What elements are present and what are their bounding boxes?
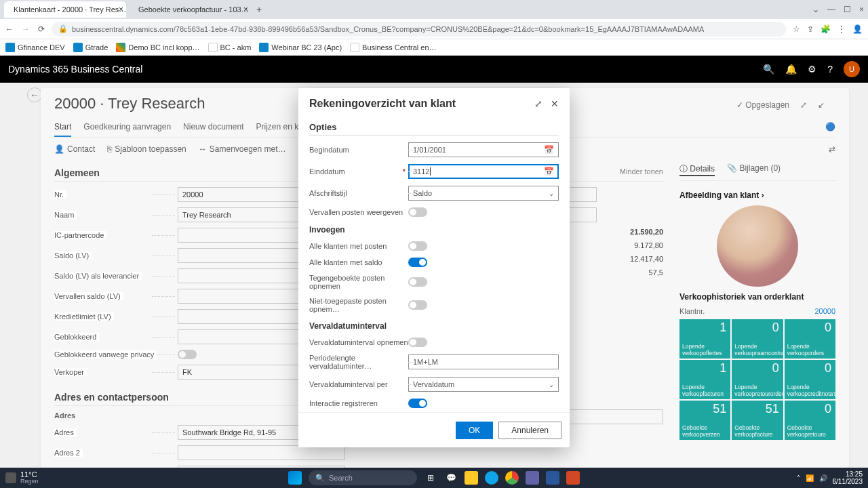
- user-avatar[interactable]: U: [844, 61, 860, 77]
- ok-button[interactable]: OK: [456, 422, 493, 439]
- bookmark-icon: [5, 43, 15, 52]
- weather-icon[interactable]: [5, 472, 16, 483]
- share-icon[interactable]: ⇪: [807, 24, 814, 34]
- tab-title: Klantenkaart - 20000 · Trey Res…: [14, 5, 126, 14]
- teams-icon[interactable]: [526, 471, 539, 485]
- text-cursor: [430, 167, 431, 176]
- toggle-niettoegepaste[interactable]: [408, 300, 427, 310]
- bookmark-icon: [259, 43, 269, 52]
- lock-icon: 🔒: [58, 24, 68, 33]
- bookmark-item[interactable]: Demo BC incl kopp…: [116, 43, 199, 52]
- explorer-icon[interactable]: [465, 471, 478, 485]
- nav-back-icon[interactable]: ←: [5, 24, 14, 34]
- bookmark-label: BC - akm: [220, 43, 252, 52]
- window-controls: ⌄ — ☐ ×: [812, 5, 864, 14]
- label-saldolev: Saldo (LV) als leverancier: [54, 272, 142, 280]
- label-vervallen: Vervallen saldo (LV): [54, 292, 123, 300]
- label-ic: IC-partnercode: [54, 231, 106, 239]
- bookmark-item[interactable]: BC - akm: [208, 43, 252, 52]
- bookmark-item[interactable]: Business Central en…: [350, 43, 436, 52]
- toggle-tegengeboekte[interactable]: [408, 277, 427, 287]
- tray-volume-icon[interactable]: 🔊: [819, 474, 827, 482]
- label-vervallen-weerg: Vervallen posten weergeven: [309, 208, 403, 216]
- help-icon[interactable]: ?: [827, 64, 833, 75]
- input-begindatum[interactable]: 1/01/2001📅: [408, 142, 559, 157]
- label-naam: Naam: [54, 211, 77, 219]
- select-afschriftstijl[interactable]: Saldo⌄: [408, 186, 559, 201]
- search-placeholder: Search: [329, 474, 353, 482]
- input-einddatum[interactable]: 3112📅: [408, 164, 559, 179]
- word-icon[interactable]: [546, 471, 559, 485]
- input-periodelengte[interactable]: 1M+LM: [408, 354, 559, 369]
- chrome-icon[interactable]: [505, 471, 519, 485]
- d365-header: Dynamics 365 Business Central 🔍 🔔 ⚙ ? U: [0, 56, 868, 83]
- address-bar: ← → ⟳ 🔒 businesscentral.dynamics.com/78c…: [0, 19, 868, 39]
- taskbar-search[interactable]: 🔍Search: [309, 470, 417, 485]
- windows-taskbar: 11°C Regen 🔍Search ⊞ 💬 ˄ 📶 🔊 13:25 6/11/…: [0, 468, 868, 488]
- nav-forward-icon: →: [22, 24, 30, 34]
- bookmark-icon: [208, 43, 218, 52]
- label-priv: Geblokkeerd vanwege privacy: [54, 350, 157, 359]
- calendar-icon[interactable]: 📅: [544, 167, 554, 176]
- extensions-icon[interactable]: 🧩: [821, 24, 831, 34]
- label-saldo: Saldo (LV): [54, 251, 92, 260]
- label-verkoper: Verkoper: [54, 368, 87, 376]
- bookmark-icon: [73, 43, 83, 52]
- label-afschriftstijl: Afschriftstijl: [309, 189, 347, 197]
- label-vervald-per: Vervaldatuminterval per: [309, 380, 388, 388]
- toggle-interactie[interactable]: [408, 399, 427, 408]
- search-icon: 🔍: [315, 474, 325, 483]
- bookmark-label: Gfinance DEV: [18, 43, 65, 52]
- toggle-alle-saldo[interactable]: [408, 258, 427, 267]
- annuleren-button[interactable]: Annuleren: [498, 422, 561, 439]
- label-einddatum: Einddatum: [309, 167, 345, 176]
- profile-icon[interactable]: 👤: [852, 24, 863, 34]
- dialog-close-icon[interactable]: ✕: [551, 98, 559, 109]
- toggle-vervallen-weergeven[interactable]: [408, 207, 427, 217]
- browser-tab-active[interactable]: Klantenkaart - 20000 · Trey Res… ×: [4, 1, 126, 18]
- dialog-expand-icon[interactable]: ⤢: [534, 98, 542, 109]
- bookmark-icon: [116, 43, 125, 52]
- maximize-icon[interactable]: ☐: [844, 5, 851, 14]
- chevron-down-icon[interactable]: ⌄: [812, 5, 819, 14]
- label-adres2: Adres 2: [54, 449, 83, 457]
- browser-tab-inactive[interactable]: Geboekte verkoopfactuur - 103… ×: [129, 1, 251, 18]
- bookmark-item[interactable]: Webinar BC 23 (Apc): [259, 43, 342, 52]
- tab-title: Geboekte verkoopfactuur - 103…: [138, 5, 249, 14]
- section-invoegen: Invoegen: [309, 225, 559, 235]
- star-icon[interactable]: ☆: [793, 24, 800, 34]
- start-button[interactable]: [288, 471, 302, 485]
- label-interactie: Interactie registreren: [309, 399, 378, 407]
- bookmark-item[interactable]: Gtrade: [73, 43, 108, 52]
- toggle-vervald-opnemen[interactable]: [408, 338, 427, 347]
- search-icon[interactable]: 🔍: [763, 64, 774, 75]
- minimize-icon[interactable]: —: [827, 5, 835, 14]
- new-tab-button[interactable]: +: [256, 4, 262, 15]
- notifications-icon[interactable]: 🔔: [785, 64, 797, 75]
- close-window-icon[interactable]: ×: [859, 5, 864, 14]
- toggle-alle-posten[interactable]: [408, 241, 427, 251]
- tray-chevron-icon[interactable]: ˄: [797, 474, 800, 482]
- powerpoint-icon[interactable]: [566, 471, 580, 485]
- label-alle-saldo: Alle klanten met saldo: [309, 258, 382, 266]
- bookmark-item[interactable]: Gfinance DEV: [5, 43, 65, 52]
- chevron-down-icon: ⌄: [549, 381, 554, 388]
- clock[interactable]: 13:25 6/11/2023: [833, 470, 863, 485]
- select-vervald-per[interactable]: Vervaldatum⌄: [408, 377, 559, 392]
- label-tegengeboekte: Tegengeboekte posten opnemen: [309, 274, 384, 290]
- calendar-icon[interactable]: 📅: [544, 145, 554, 155]
- product-name: Dynamics 365 Business Central: [8, 64, 142, 75]
- edge-icon[interactable]: [485, 471, 498, 485]
- chat-icon[interactable]: 💬: [444, 471, 458, 485]
- tray-wifi-icon[interactable]: 📶: [806, 474, 814, 482]
- tab-close-icon[interactable]: ×: [119, 5, 123, 14]
- url-input[interactable]: 🔒 businesscentral.dynamics.com/78c563a1-…: [52, 22, 786, 37]
- menu-icon[interactable]: ⋮: [837, 24, 846, 34]
- nav-reload-icon[interactable]: ⟳: [38, 24, 45, 34]
- settings-icon[interactable]: ⚙: [808, 64, 816, 75]
- chevron-down-icon: ⌄: [549, 190, 554, 197]
- bookmarks-bar: Gfinance DEV Gtrade Demo BC incl kopp… B…: [0, 39, 868, 56]
- task-view-icon[interactable]: ⊞: [424, 471, 437, 485]
- tab-close-icon[interactable]: ×: [243, 5, 248, 14]
- label-alle-posten: Alle klanten met posten: [309, 242, 387, 250]
